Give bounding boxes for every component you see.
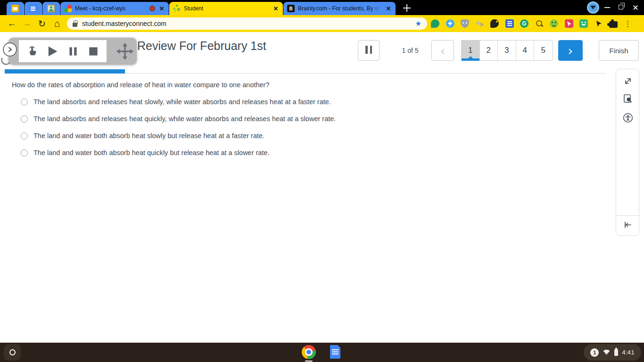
- page-button-3[interactable]: 3: [498, 41, 516, 60]
- brainly-favicon-icon: B: [287, 5, 295, 12]
- os-shelf: 1 4:41: [0, 343, 644, 362]
- reload-button[interactable]: ↻: [35, 15, 49, 32]
- pinned-tab-docs[interactable]: [25, 2, 42, 15]
- launcher-button[interactable]: [4, 344, 21, 361]
- radio-button-1[interactable]: [21, 99, 28, 106]
- forward-button[interactable]: →: [20, 15, 34, 32]
- readaloud-controls: [19, 40, 107, 62]
- tab-brainly-close-icon[interactable]: [385, 5, 392, 12]
- url-text: student.masteryconnect.com: [82, 20, 411, 27]
- notification-badge: 1: [590, 348, 599, 357]
- book-extension-icon[interactable]: [505, 19, 514, 28]
- browser-toolbar: ← → ↻ ⌂ student.masteryconnect.com ★ G ⋮: [0, 15, 644, 32]
- finish-button[interactable]: Finish: [599, 40, 639, 61]
- lightning-extension-icon[interactable]: [446, 19, 454, 28]
- stop-icon[interactable]: [86, 44, 101, 59]
- page-button-1[interactable]: 1: [462, 41, 480, 60]
- expand-icon[interactable]: [622, 75, 634, 87]
- home-button[interactable]: ⌂: [50, 15, 64, 32]
- pause-icon[interactable]: [66, 44, 81, 59]
- collapse-panel-section: [616, 215, 639, 235]
- screen: Meet - kcq-czef-wys Student B Brainly.co…: [0, 0, 644, 362]
- launcher-icon: [9, 349, 16, 355]
- docs-app-icon[interactable]: [330, 345, 340, 359]
- tab-brainly[interactable]: B Brainly.com - For students. By st: [283, 2, 396, 15]
- magnifier-extension-icon[interactable]: [535, 19, 544, 28]
- radio-button-4[interactable]: [21, 149, 28, 156]
- next-page-button[interactable]: ›: [558, 40, 583, 61]
- page-count-label: 1 of 5: [395, 40, 425, 61]
- slides-favicon-icon: [11, 5, 19, 12]
- page-button-4[interactable]: 4: [516, 41, 535, 60]
- speech-bubble-extension-icon[interactable]: [431, 19, 439, 28]
- bird-extension-icon[interactable]: [490, 19, 499, 28]
- page-button-2[interactable]: 2: [480, 41, 498, 60]
- move-cross-icon[interactable]: [116, 42, 134, 61]
- grammarly-extension-icon[interactable]: G: [520, 19, 528, 28]
- tab-meet[interactable]: Meet - kcq-czef-wys: [60, 2, 169, 15]
- tab-strip: Meet - kcq-czef-wys Student B Brainly.co…: [0, 0, 644, 15]
- chrome-app-icon[interactable]: [302, 345, 316, 359]
- tab-student[interactable]: Student: [169, 2, 283, 15]
- sync-arrows-extension-icon[interactable]: [476, 19, 484, 28]
- accessibility-icon[interactable]: [622, 112, 634, 124]
- clock-label: 4:41: [622, 349, 634, 356]
- address-bar[interactable]: student.masteryconnect.com ★: [67, 17, 427, 30]
- masteryconnect-favicon-icon: [173, 5, 181, 12]
- answer-option-1[interactable]: The land absorbs and releases heat slowl…: [21, 98, 331, 106]
- pinned-tab-slides[interactable]: [7, 2, 24, 15]
- play-icon[interactable]: [45, 44, 60, 59]
- pause-bars-icon: [364, 46, 373, 56]
- recording-indicator-icon: [149, 6, 155, 11]
- wifi-icon: [603, 348, 611, 357]
- progress-fill: [5, 69, 125, 74]
- question-text: How do the rates of absorption and relea…: [12, 81, 270, 89]
- browser-menu-icon[interactable]: ⋮: [624, 19, 631, 28]
- secure-lock-icon[interactable]: [73, 23, 77, 27]
- tab-student-title: Student: [184, 5, 269, 12]
- docs-favicon-icon: [29, 5, 37, 12]
- window-minimize-button[interactable]: [604, 7, 610, 8]
- document-zoom-icon[interactable]: [622, 93, 634, 105]
- screencast-extension-icon[interactable]: [565, 19, 573, 28]
- page-button-5[interactable]: 5: [534, 41, 553, 60]
- readaloud-toolbar: [8, 38, 137, 65]
- cursor-extension-icon[interactable]: [594, 19, 603, 28]
- pause-quiz-button[interactable]: [358, 40, 380, 61]
- answer-option-3[interactable]: The land and water both absorb heat slow…: [21, 132, 264, 140]
- radio-button-2[interactable]: [21, 115, 28, 123]
- readaloud-expand-button[interactable]: [3, 42, 17, 57]
- battery-icon: [614, 349, 618, 356]
- page-title: Review For February 1st: [137, 39, 266, 53]
- pinned-tab-meet-avatar[interactable]: [42, 2, 60, 15]
- answer-option-2[interactable]: The land absorbs and releases heat quick…: [21, 115, 336, 123]
- tab-meet-close-icon[interactable]: [158, 5, 165, 12]
- status-tray[interactable]: 1 4:41: [584, 344, 641, 361]
- tools-side-panel: [616, 69, 639, 236]
- tap-hand-icon[interactable]: [25, 44, 40, 59]
- progress-bar: [5, 69, 606, 74]
- bookmark-star-icon[interactable]: ★: [415, 19, 421, 28]
- tab-student-close-icon[interactable]: [272, 5, 279, 12]
- quiz-page: Review For February 1st 1 of 5 ‹ 1 2 3 4…: [0, 32, 644, 343]
- meet-avatar-favicon-icon: [47, 5, 55, 12]
- shield-extension-icon[interactable]: [461, 19, 469, 28]
- previous-page-button[interactable]: ‹: [431, 40, 454, 61]
- classroom-extension-icon[interactable]: [579, 19, 588, 28]
- page-number-group: 1 2 3 4 5: [461, 40, 553, 61]
- window-close-button[interactable]: [632, 4, 639, 11]
- extensions-puzzle-icon[interactable]: [609, 21, 618, 28]
- smiley-extension-icon[interactable]: [550, 19, 558, 28]
- extensions-row: G ⋮: [431, 19, 641, 28]
- screen-record-indicator-icon[interactable]: [587, 1, 599, 14]
- new-tab-button[interactable]: [401, 2, 413, 14]
- chrome-running-indicator: [305, 361, 313, 362]
- answer-option-4[interactable]: The land and water both absorb heat quic…: [21, 149, 270, 156]
- meet-favicon-icon: [64, 5, 72, 12]
- tab-brainly-title: Brainly.com - For students. By st: [298, 5, 382, 12]
- radio-button-3[interactable]: [21, 132, 28, 140]
- tab-meet-title: Meet - kcq-czef-wys: [75, 5, 146, 12]
- back-button[interactable]: ←: [5, 15, 19, 32]
- collapse-left-icon[interactable]: [622, 219, 633, 232]
- window-restore-button[interactable]: [619, 5, 623, 9]
